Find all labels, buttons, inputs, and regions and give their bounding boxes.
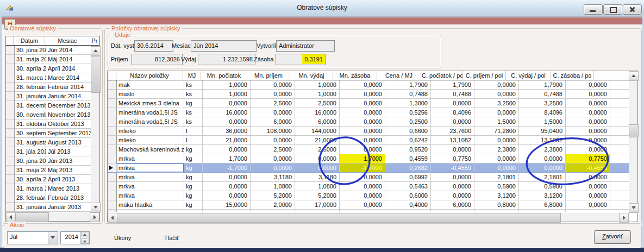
- table-row[interactable]: masloks1,00000,00001,00000,00000,74880,7…: [108, 90, 637, 99]
- table-cell[interactable]: 0,0000: [566, 200, 610, 210]
- table-cell[interactable]: -0,4559: [566, 163, 610, 173]
- table-cell[interactable]: 2,1801: [474, 173, 519, 182]
- table-cell[interactable]: kg: [184, 200, 203, 210]
- year-stepper[interactable]: 2014: [60, 231, 90, 244]
- scroll-thumb[interactable]: [15, 212, 49, 222]
- cell-datum[interactable]: 30. júna 2013: [15, 156, 46, 166]
- table-cell[interactable]: 0,0000: [566, 80, 610, 90]
- table-cell[interactable]: 0,0000: [431, 182, 474, 191]
- table-cell[interactable]: l: [184, 136, 203, 145]
- table-cell[interactable]: [385, 210, 431, 212]
- table-cell[interactable]: 0,0000: [566, 173, 610, 182]
- table-cell[interactable]: 0,0000: [566, 90, 610, 99]
- mesiac-field[interactable]: Jún 2014: [191, 40, 257, 52]
- cell-mesiac[interactable]: Január 2014: [46, 92, 92, 101]
- table-cell[interactable]: [184, 210, 203, 212]
- table-cell[interactable]: kg: [184, 145, 203, 154]
- cell-datum[interactable]: 31. marca 2013: [15, 184, 46, 193]
- table-cell[interactable]: 0,0000: [431, 99, 474, 108]
- table-cell[interactable]: minerálna voda1,5l JS: [117, 117, 184, 127]
- table-cell[interactable]: 0,5900: [519, 182, 566, 191]
- table-cell[interactable]: 0,0000: [203, 173, 251, 182]
- scroll-right-button[interactable]: [90, 212, 99, 222]
- row-indicator[interactable]: [6, 156, 15, 166]
- polozky-vscrollbar[interactable]: [629, 71, 637, 213]
- tlacit-menu[interactable]: Tlačiť: [164, 235, 179, 241]
- close-button[interactable]: [623, 4, 642, 15]
- table-cell[interactable]: kg: [184, 191, 203, 200]
- table-cell[interactable]: mak: [117, 80, 184, 90]
- column-header-prijem[interactable]: Pr: [90, 36, 99, 46]
- table-cell[interactable]: Mexická zmes 3-dielna: [117, 99, 184, 108]
- table-cell[interactable]: 0,7488: [385, 90, 431, 99]
- table-cell[interactable]: 2,3800: [519, 145, 566, 154]
- cell-mesiac[interactable]: Júl 2013: [46, 147, 92, 156]
- table-cell[interactable]: 1,7900: [385, 80, 431, 90]
- row-indicator[interactable]: [108, 80, 117, 90]
- table-row[interactable]: makks1,00000,00001,00000,00001,79001,790…: [108, 80, 637, 90]
- table-cell[interactable]: 0,0000: [431, 145, 474, 154]
- table-cell[interactable]: minerálna voda1,5l JS: [117, 108, 184, 117]
- row-indicator[interactable]: [6, 193, 15, 203]
- supiska-row[interactable]: 31. mája 2014Máj 20143: [6, 55, 99, 64]
- table-row-selected[interactable]: mrkvakg-1,70000,00000,0000-1,70000,2682-…: [108, 163, 637, 173]
- table-cell[interactable]: ks: [184, 117, 203, 127]
- zatvorit-button[interactable]: Zatvoriť: [594, 230, 631, 244]
- supiska-row[interactable]: 31. marca 2013Marec 20130: [6, 184, 99, 193]
- table-cell[interactable]: kg: [184, 154, 203, 163]
- table-cell[interactable]: 1,0000: [203, 80, 251, 90]
- table-row[interactable]: minerálna voda1,5l JSks0,00006,00006,000…: [108, 117, 637, 127]
- table-cell[interactable]: 0,0000: [295, 154, 340, 163]
- table-cell[interactable]: 36,0000: [203, 127, 251, 136]
- column-header[interactable]: Mn. príjem: [247, 71, 290, 80]
- table-cell[interactable]: 0,0000: [431, 191, 474, 200]
- table-cell[interactable]: 0,0000: [474, 90, 519, 99]
- month-select[interactable]: Júl: [7, 231, 58, 244]
- supiska-row[interactable]: 30. júna 2014Jún 20146: [6, 46, 99, 55]
- table-cell[interactable]: ks: [184, 90, 203, 99]
- table-cell[interactable]: 0,5256: [385, 108, 431, 117]
- table-cell[interactable]: 0,0000: [474, 154, 519, 163]
- table-cell[interactable]: 0,0000: [340, 145, 385, 154]
- table-row[interactable]: Mexická zmes 3-dielnakg0,00002,50002,500…: [108, 99, 637, 108]
- scroll-left-button[interactable]: [6, 212, 16, 222]
- column-header[interactable]: Cena / MJ: [377, 71, 421, 80]
- table-row[interactable]: [108, 210, 637, 212]
- scroll-down-button[interactable]: [629, 203, 639, 213]
- supiska-row[interactable]: 31. marca 2014Marec 20146: [6, 73, 99, 83]
- table-cell[interactable]: 2,5000: [295, 99, 340, 108]
- table-cell[interactable]: 95,0400: [519, 127, 566, 136]
- table-cell[interactable]: kg: [184, 182, 203, 191]
- cell-datum[interactable]: 31. júla 2013: [15, 147, 46, 156]
- table-cell[interactable]: 5,2000: [251, 191, 295, 200]
- table-cell[interactable]: mrkva: [117, 191, 184, 200]
- table-cell[interactable]: 15,0000: [203, 200, 251, 210]
- table-cell[interactable]: 0,0000: [203, 117, 251, 127]
- row-indicator[interactable]: [108, 191, 117, 200]
- table-cell[interactable]: 0,8000: [474, 200, 519, 210]
- table-cell[interactable]: ks: [184, 108, 203, 117]
- spin-up-button[interactable]: [81, 232, 89, 237]
- table-cell[interactable]: 0,0000: [519, 154, 566, 163]
- table-cell[interactable]: 0,0000: [340, 90, 385, 99]
- table-cell[interactable]: -1,7000: [340, 163, 385, 173]
- table-row[interactable]: minerálna voda1,5l JSks16,00000,000016,0…: [108, 108, 637, 117]
- table-cell[interactable]: 3,1200: [519, 191, 566, 200]
- cell-datum[interactable]: 31. decembra 2013: [15, 101, 46, 110]
- table-cell[interactable]: 13,1082: [519, 136, 566, 145]
- row-indicator[interactable]: [6, 138, 15, 147]
- table-cell[interactable]: [117, 210, 184, 212]
- supiska-row[interactable]: 31. januára 2014Január 20142: [6, 92, 99, 101]
- column-header[interactable]: MJ: [183, 71, 201, 80]
- table-cell[interactable]: 108,0000: [251, 127, 295, 136]
- supiska-row[interactable]: 30. apríla 2013Apríl 20131: [6, 175, 99, 184]
- table-cell[interactable]: 1,5000: [519, 117, 566, 127]
- cell-mesiac[interactable]: Február 2014: [46, 83, 92, 92]
- table-cell[interactable]: 0,0000: [566, 117, 610, 127]
- cell-mesiac[interactable]: Máj 2014: [46, 55, 92, 64]
- table-cell[interactable]: 16,0000: [203, 108, 251, 117]
- table-cell[interactable]: 3,2500: [519, 99, 566, 108]
- scroll-up-button[interactable]: [629, 71, 639, 81]
- table-cell[interactable]: [203, 210, 251, 212]
- table-cell[interactable]: [340, 210, 385, 212]
